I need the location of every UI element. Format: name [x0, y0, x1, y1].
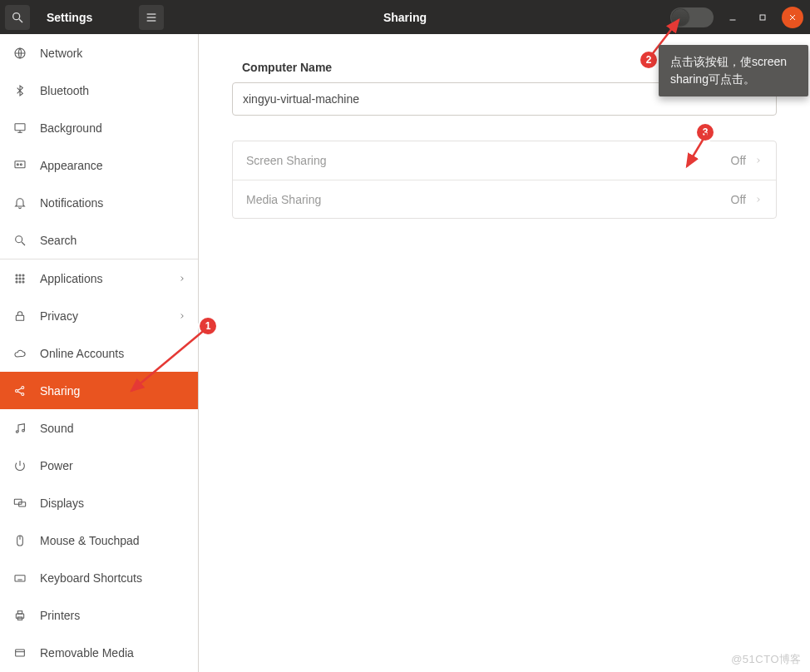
- computer-name-label: Computer Name: [242, 61, 777, 74]
- power-icon: [12, 459, 28, 472]
- sidebar-item-online-accounts[interactable]: Online Accounts: [0, 334, 198, 372]
- svg-line-17: [22, 242, 25, 245]
- svg-point-19: [19, 274, 21, 276]
- svg-rect-10: [15, 123, 25, 130]
- chevron-right-icon: [178, 309, 186, 323]
- close-icon: [788, 12, 798, 22]
- sidebar-item-label: Printers: [40, 609, 186, 622]
- svg-point-29: [22, 386, 24, 388]
- sharing-row-screen-sharing[interactable]: Screen SharingOff: [233, 141, 776, 180]
- svg-rect-27: [16, 315, 23, 320]
- settings-sidebar: NetworkBluetoothBackgroundAppearanceNoti…: [0, 34, 199, 672]
- sidebar-item-appearance[interactable]: Appearance: [0, 146, 198, 184]
- sharing-row-state: Off: [731, 193, 746, 206]
- svg-rect-6: [760, 15, 765, 20]
- svg-point-20: [22, 274, 24, 276]
- sidebar-item-search[interactable]: Search: [0, 221, 198, 259]
- cloud-icon: [12, 347, 28, 360]
- chevron-right-icon: [178, 272, 186, 285]
- sidebar-item-network[interactable]: Network: [0, 34, 198, 72]
- bluetooth-icon: [12, 84, 28, 97]
- sidebar-item-label: Background: [40, 121, 186, 135]
- sidebar-item-power[interactable]: Power: [0, 447, 198, 484]
- sidebar-item-label: Network: [40, 47, 186, 60]
- hamburger-button[interactable]: [139, 5, 164, 30]
- window-close-button[interactable]: [782, 7, 803, 28]
- sidebar-item-sound[interactable]: Sound: [0, 409, 198, 447]
- svg-point-23: [22, 278, 24, 279]
- svg-point-24: [16, 281, 17, 283]
- sidebar-item-label: Bluetooth: [40, 84, 186, 97]
- svg-point-25: [19, 281, 21, 283]
- sidebar-item-label: Notifications: [40, 196, 186, 210]
- svg-rect-45: [17, 610, 22, 613]
- bell-icon: [12, 196, 28, 210]
- search-icon: [11, 11, 24, 24]
- svg-point-18: [16, 274, 17, 276]
- sharing-row-media-sharing[interactable]: Media SharingOff: [233, 180, 776, 218]
- svg-line-1: [19, 19, 22, 22]
- sharing-row-label: Screen Sharing: [246, 154, 731, 167]
- sidebar-item-label: Keyboard Shortcuts: [40, 571, 186, 585]
- toggle-knob: [672, 9, 689, 26]
- sharing-master-toggle[interactable]: [670, 7, 714, 27]
- sharing-options-list: Screen SharingOffMedia SharingOff: [232, 141, 777, 219]
- svg-point-33: [16, 430, 18, 432]
- svg-point-16: [16, 235, 22, 242]
- printer-icon: [12, 609, 28, 622]
- music-icon: [12, 422, 28, 435]
- svg-rect-47: [16, 650, 25, 656]
- sharing-panel: Computer Name Screen SharingOffMedia Sha…: [199, 34, 810, 672]
- maximize-icon: [758, 12, 768, 22]
- minimize-icon: [728, 12, 738, 22]
- svg-line-32: [17, 391, 22, 393]
- svg-point-28: [16, 389, 18, 392]
- sharing-row-state: Off: [731, 154, 746, 167]
- computer-name-input[interactable]: [232, 82, 777, 116]
- mouse-icon: [12, 534, 28, 547]
- globe-icon: [12, 47, 28, 60]
- media-icon: [12, 646, 28, 660]
- sidebar-item-label: Displays: [40, 497, 186, 510]
- window-maximize-button[interactable]: [752, 7, 773, 28]
- sidebar-item-printers[interactable]: Printers: [0, 596, 198, 634]
- search-button[interactable]: [5, 5, 30, 30]
- sidebar-item-mouse-touchpad[interactable]: Mouse & Touchpad: [0, 521, 198, 559]
- sidebar-item-label: Removable Media: [40, 646, 186, 660]
- sharing-row-label: Media Sharing: [246, 193, 731, 206]
- sidebar-item-label: Applications: [40, 272, 166, 285]
- sidebar-item-removable-media[interactable]: Removable Media: [0, 634, 198, 671]
- sidebar-item-label: Sound: [40, 422, 186, 435]
- displays-icon: [12, 497, 28, 510]
- svg-point-21: [16, 278, 17, 279]
- svg-point-30: [22, 393, 24, 395]
- chevron-right-icon: [754, 193, 763, 206]
- sidebar-item-sharing[interactable]: Sharing: [0, 372, 198, 409]
- appearance-icon: [12, 159, 28, 172]
- desktop-icon: [12, 121, 28, 135]
- svg-rect-39: [15, 575, 25, 581]
- sidebar-item-privacy[interactable]: Privacy: [0, 297, 198, 334]
- sidebar-item-label: Sharing: [40, 384, 186, 398]
- svg-line-31: [17, 388, 22, 390]
- svg-point-26: [22, 281, 24, 283]
- svg-point-0: [13, 12, 20, 19]
- sidebar-item-label: Search: [40, 234, 186, 247]
- lock-icon: [12, 309, 28, 323]
- window-minimize-button[interactable]: [722, 7, 743, 28]
- keyboard-icon: [12, 571, 28, 585]
- sidebar-item-displays[interactable]: Displays: [0, 484, 198, 521]
- titlebar: Settings Sharing: [0, 0, 810, 34]
- sidebar-item-keyboard-shortcuts[interactable]: Keyboard Shortcuts: [0, 559, 198, 596]
- sidebar-item-label: Appearance: [40, 159, 186, 172]
- chevron-right-icon: [754, 154, 763, 167]
- sidebar-item-notifications[interactable]: Notifications: [0, 184, 198, 221]
- sidebar-item-applications[interactable]: Applications: [0, 259, 198, 297]
- hamburger-icon: [145, 11, 158, 24]
- sidebar-item-background[interactable]: Background: [0, 109, 198, 146]
- svg-point-22: [19, 278, 21, 279]
- sidebar-item-bluetooth[interactable]: Bluetooth: [0, 72, 198, 109]
- share-icon: [12, 384, 28, 398]
- sidebar-item-label: Online Accounts: [40, 347, 186, 360]
- apps-icon: [12, 272, 28, 285]
